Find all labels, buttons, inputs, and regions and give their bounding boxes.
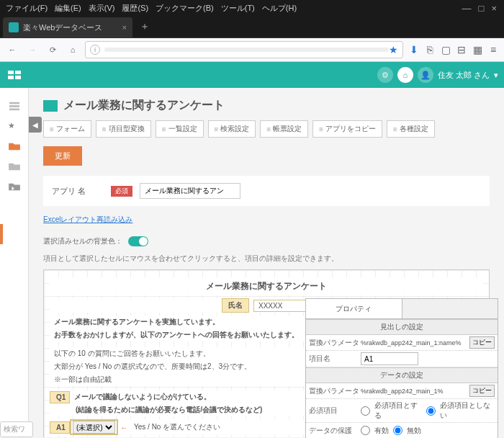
a1-no: A1 (50, 421, 70, 434)
nav-forward: → (24, 42, 40, 58)
tool-variset[interactable]: 各種設定 (387, 120, 435, 138)
user-name[interactable]: 住友 太郎 さん (438, 70, 490, 81)
window-minimize[interactable]: — (462, 3, 472, 14)
protect-on-text: 有効 (374, 426, 389, 436)
required-off-text: 必須項目としない (440, 401, 495, 421)
url-masked (104, 48, 389, 52)
form-title: メール業務に関するアンケート (50, 277, 483, 295)
replace-param-value-2: %rakwdb_app242_main_1% (361, 388, 468, 395)
name-value[interactable]: XXXXX (253, 300, 311, 312)
sidebar-icon[interactable]: ⊟ (455, 44, 468, 55)
home-icon[interactable]: ⌂ (397, 67, 413, 83)
page-title-icon (43, 100, 58, 112)
toolbar: フォーム 項目型変換 一覧設定 検索設定 帳票設定 アプリをコピー 各種設定 (29, 120, 504, 146)
menu-file[interactable]: ファイル(F) (3, 1, 50, 15)
user-caret-icon[interactable]: ▾ (494, 71, 498, 80)
browser-tabbar: 楽々Webデータベース × ＋ (0, 16, 504, 37)
menu-icon[interactable]: ≡ (487, 44, 500, 55)
a1-select[interactable]: (未選択) (73, 421, 115, 434)
window-close[interactable]: × (491, 3, 497, 14)
tool-coltype[interactable]: 項目型変換 (96, 120, 151, 138)
menu-help[interactable]: ヘルプ(H) (259, 1, 300, 15)
properties-panel: プロパティ 見出しの設定 置換パラメータ %rakwdb_app242_main… (305, 298, 498, 438)
intro2: お手数をおかけしますが、以下のアンケートへの回答をお願いいたします。 (50, 328, 303, 341)
os-menubar: ファイル(F) 編集(E) 表示(V) 履歴(S) ブックマーク(B) ツール(… (0, 0, 504, 16)
sidebar-active-marker (0, 224, 3, 244)
search-footer[interactable]: 検索ワ (0, 421, 33, 437)
required-off-radio[interactable] (426, 406, 436, 416)
address-bar: ← → ⟳ ⌂ i ★ ⬇ ⎘ ▢ ⊟ ▦ ≡ (0, 37, 504, 62)
a1-hint: Yes / No を選んでください (130, 421, 225, 434)
menu-bookmark[interactable]: ブックマーク(B) (153, 1, 217, 15)
library-icon[interactable]: ⎘ (423, 44, 436, 55)
required-on-radio[interactable] (361, 406, 370, 416)
settings-gear-icon[interactable]: ⚙ (377, 67, 393, 83)
sidebar-item-star[interactable]: ★ (8, 121, 21, 131)
svg-rect-1 (9, 105, 19, 107)
page-title: メール業務に関するアンケート (63, 98, 225, 113)
item-name-label: 項目名 (309, 354, 361, 364)
required-on-text: 必須項目とする (374, 401, 422, 421)
tool-appcopy[interactable]: アプリをコピー (312, 120, 382, 138)
bookmark-star-icon[interactable]: ★ (389, 44, 398, 55)
menu-edit[interactable]: 編集(E) (52, 1, 84, 15)
q1-sub: (結論を得るために議論が必要なら電話/会議で決めるなど) (50, 403, 266, 416)
tool-listset[interactable]: 一覧設定 (156, 120, 204, 138)
favicon (9, 22, 19, 32)
nav-back[interactable]: ← (4, 42, 20, 58)
svg-rect-2 (9, 109, 19, 111)
site-info-icon[interactable]: i (90, 45, 100, 55)
shield-icon[interactable]: ▢ (439, 44, 452, 55)
app-name-input[interactable] (140, 183, 240, 199)
intro1: メール業務に関するアンケートを実施しています。 (50, 316, 224, 328)
tool-form[interactable]: フォーム (43, 120, 91, 138)
update-button[interactable]: 更新 (43, 146, 82, 166)
app-name-row: アプリ 名 必須 (43, 176, 490, 206)
sidebar: ★ (0, 88, 29, 437)
nav-reload[interactable]: ⟳ (45, 42, 60, 58)
panel-tab-2[interactable] (402, 299, 498, 318)
excel-reload-link[interactable]: Excelレイアウト再読み込み (43, 215, 132, 223)
protect-on-radio[interactable] (361, 426, 370, 435)
tab-close-icon[interactable]: × (122, 23, 127, 32)
q1-text: メールで議論しないように心がけている。 (70, 390, 215, 403)
sidebar-item-layers[interactable] (8, 101, 21, 111)
tool-ledgerset[interactable]: 帳票設定 (260, 120, 308, 138)
note2: 大部分が Yes / No の選択式なので、所要時間は2、3分です。 (50, 360, 256, 373)
copy-button-1[interactable]: コピー (469, 336, 495, 349)
nav-home[interactable]: ⌂ (65, 42, 81, 58)
browser-tab[interactable]: 楽々Webデータベース × (3, 17, 132, 37)
download-icon[interactable]: ⬇ (408, 44, 420, 55)
menu-view[interactable]: 表示(V) (86, 1, 118, 15)
tool-searchset[interactable]: 検索設定 (208, 120, 256, 138)
url-input[interactable]: i ★ (85, 41, 403, 58)
hint-text: 項目として選択したセルにマウスを合わせてクリックすると、項目の詳細を設定できます… (29, 251, 504, 269)
required-badge: 必須 (111, 186, 132, 197)
svg-rect-0 (9, 102, 19, 104)
a1-cell[interactable]: (未選択) (70, 419, 118, 435)
menu-tool[interactable]: ツール(T) (218, 1, 258, 15)
tab-title: 楽々Webデータベース (23, 22, 102, 33)
new-tab-button[interactable]: ＋ (132, 16, 157, 37)
app-name-label: アプリ 名 (52, 186, 104, 197)
copy-button-2[interactable]: コピー (469, 385, 495, 397)
sidebar-item-folder-2[interactable] (8, 161, 21, 171)
sidebar-item-folder-active[interactable] (8, 141, 21, 151)
item-name-input[interactable] (361, 352, 418, 365)
window-maximize[interactable]: □ (479, 3, 485, 14)
panel-section-heading: 見出しの設定 (306, 319, 498, 335)
required-label: 必須項目 (309, 406, 361, 416)
protect-label: データの保護 (309, 426, 361, 436)
replace-param-label-2: 置換パラメータ (309, 386, 361, 396)
sidebar-collapse-button[interactable]: ◀ (29, 117, 42, 133)
note1: 以下の 10 の質問にご回答をお願いいたします。 (50, 347, 215, 360)
arrow-icon: ← (118, 424, 130, 432)
cellbg-label: 選択済みセルの背景色： (43, 236, 122, 246)
menu-history[interactable]: 履歴(S) (119, 1, 151, 15)
apps-icon[interactable]: ▦ (471, 44, 484, 55)
cellbg-toggle[interactable] (128, 236, 148, 246)
protect-off-radio[interactable] (393, 426, 402, 435)
panel-tab-properties[interactable]: プロパティ (306, 299, 402, 318)
sidebar-item-folder-3[interactable] (8, 182, 21, 192)
app-logo-icon[interactable] (6, 66, 23, 84)
